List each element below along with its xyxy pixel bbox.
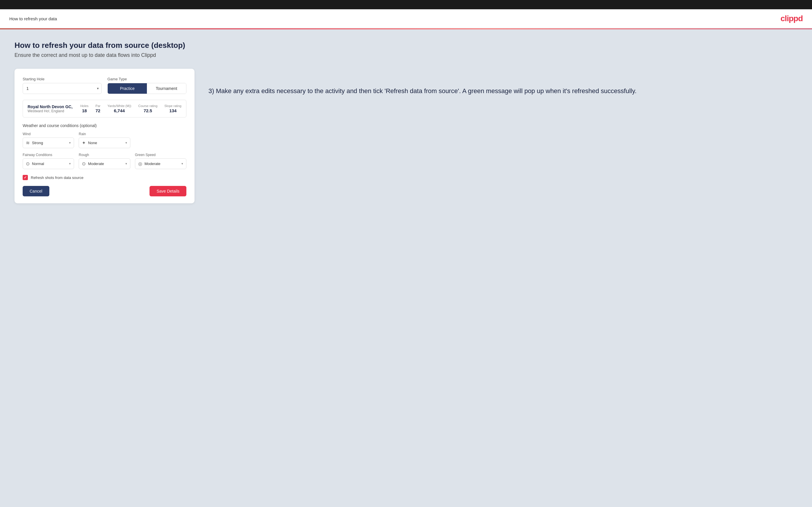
- rain-icon: ✦: [82, 140, 86, 146]
- form-actions: Cancel Save Details: [22, 186, 186, 196]
- yards-value: 6,744: [114, 108, 125, 113]
- course-name: Royal North Devon GC,: [28, 104, 73, 109]
- fairway-select[interactable]: ⊙ Normal ▾: [22, 158, 74, 169]
- par-label: Par: [96, 104, 100, 108]
- fairway-value: Normal: [32, 162, 67, 166]
- green-speed-value: Moderate: [145, 162, 179, 166]
- rough-item: Rough ⊙ Moderate ▾: [79, 153, 130, 169]
- side-note-text: 3) Make any extra edits necessary to the…: [208, 86, 798, 96]
- wind-icon: ≋: [26, 140, 30, 146]
- rain-item: Rain ✦ None ▾: [79, 132, 130, 148]
- conditions-row2: Fairway Conditions ⊙ Normal ▾ Rough ⊙ Mo…: [22, 153, 186, 169]
- slope-rating-value: 134: [169, 108, 176, 113]
- green-speed-select[interactable]: ◎ Moderate ▾: [135, 158, 186, 169]
- top-bar: [0, 0, 812, 9]
- save-button[interactable]: Save Details: [150, 186, 186, 196]
- rain-select[interactable]: ✦ None ▾: [79, 137, 130, 148]
- page-subtitle: Ensure the correct and most up to date d…: [14, 52, 798, 58]
- fairway-arrow-icon: ▾: [69, 162, 71, 166]
- main-content: How to refresh your data from source (de…: [0, 29, 812, 507]
- header: How to refresh your data clippd: [0, 9, 812, 29]
- starting-hole-label: Starting Hole: [22, 77, 102, 81]
- wind-item: Wind ≋ Strong ▾: [22, 132, 74, 148]
- rough-icon: ⊙: [82, 161, 86, 167]
- game-type-label: Game Type: [107, 77, 186, 81]
- holes-value: 18: [82, 108, 87, 113]
- rough-label: Rough: [79, 153, 130, 157]
- course-stat-par: Par 72: [96, 104, 100, 113]
- rough-value: Moderate: [88, 162, 123, 166]
- clippd-logo: clippd: [781, 14, 803, 23]
- course-rating-label: Course rating: [138, 104, 157, 108]
- breadcrumb: How to refresh your data: [9, 16, 57, 21]
- course-name-col: Royal North Devon GC, Westward Ho!, Engl…: [28, 104, 73, 113]
- rain-value: None: [88, 141, 123, 145]
- side-note: 3) Make any extra edits necessary to the…: [208, 69, 798, 96]
- starting-hole-group: Starting Hole 1 ▾: [22, 77, 102, 94]
- page-title: How to refresh your data from source (de…: [14, 41, 798, 50]
- course-stat-yards: Yards/White (M)) 6,744: [107, 104, 131, 113]
- conditions-title: Weather and course conditions (optional): [22, 123, 186, 128]
- cancel-button[interactable]: Cancel: [22, 186, 49, 196]
- slope-rating-label: Slope rating: [164, 104, 182, 108]
- green-speed-label: Green Speed: [135, 153, 186, 157]
- wind-value: Strong: [32, 141, 67, 145]
- content-layout: Starting Hole 1 ▾ Game Type Practice Tou…: [14, 69, 798, 203]
- rough-select[interactable]: ⊙ Moderate ▾: [79, 158, 130, 169]
- refresh-label: Refresh shots from data source: [31, 175, 83, 180]
- conditions-row1: Wind ≋ Strong ▾ Rain ✦ None ▾: [22, 132, 186, 148]
- checkmark-icon: ✓: [24, 175, 27, 179]
- yards-label: Yards/White (M)): [107, 104, 131, 108]
- tournament-button[interactable]: Tournament: [147, 83, 186, 94]
- course-location: Westward Ho!, England: [28, 109, 73, 113]
- practice-button[interactable]: Practice: [108, 83, 147, 94]
- fairway-item: Fairway Conditions ⊙ Normal ▾: [22, 153, 74, 169]
- starting-hole-select-wrap[interactable]: 1 ▾: [22, 83, 102, 94]
- game-type-group: Game Type Practice Tournament: [107, 77, 186, 94]
- rain-arrow-icon: ▾: [125, 141, 127, 145]
- course-info-box: Royal North Devon GC, Westward Ho!, Engl…: [22, 100, 186, 117]
- course-rating-value: 72.5: [144, 108, 152, 113]
- rough-arrow-icon: ▾: [125, 162, 127, 166]
- fairway-icon: ⊙: [26, 161, 30, 167]
- holes-label: Holes: [81, 104, 89, 108]
- green-speed-icon: ◎: [138, 161, 142, 167]
- refresh-row: ✓ Refresh shots from data source: [22, 175, 186, 180]
- green-speed-item: Green Speed ◎ Moderate ▾: [135, 153, 186, 169]
- course-stat-course-rating: Course rating 72.5: [138, 104, 157, 113]
- course-stat-slope-rating: Slope rating 134: [164, 104, 182, 113]
- rain-label: Rain: [79, 132, 130, 136]
- par-value: 72: [96, 108, 100, 113]
- fairway-label: Fairway Conditions: [22, 153, 74, 157]
- game-type-buttons: Practice Tournament: [107, 83, 186, 94]
- form-panel: Starting Hole 1 ▾ Game Type Practice Tou…: [14, 69, 195, 203]
- starting-hole-select[interactable]: 1: [22, 83, 102, 94]
- wind-select[interactable]: ≋ Strong ▾: [22, 137, 74, 148]
- wind-label: Wind: [22, 132, 74, 136]
- refresh-checkbox[interactable]: ✓: [22, 175, 28, 180]
- wind-arrow-icon: ▾: [69, 141, 71, 145]
- top-form-row: Starting Hole 1 ▾ Game Type Practice Tou…: [22, 77, 186, 94]
- green-speed-arrow-icon: ▾: [182, 162, 183, 166]
- course-stat-holes: Holes 18: [81, 104, 89, 113]
